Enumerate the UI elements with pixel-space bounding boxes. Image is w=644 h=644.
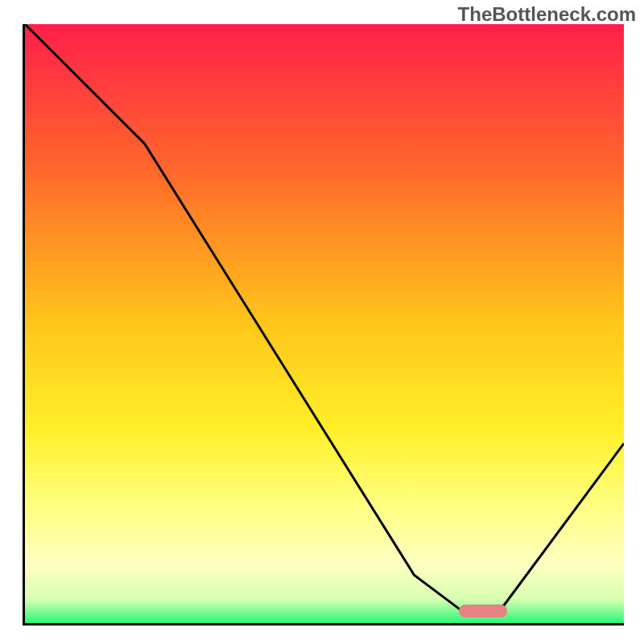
plot-area [23, 24, 624, 625]
chart-container: TheBottleneck.com [0, 0, 644, 644]
watermark-text: TheBottleneck.com [458, 3, 636, 26]
optimal-marker [459, 605, 507, 617]
bottleneck-curve [25, 24, 624, 623]
